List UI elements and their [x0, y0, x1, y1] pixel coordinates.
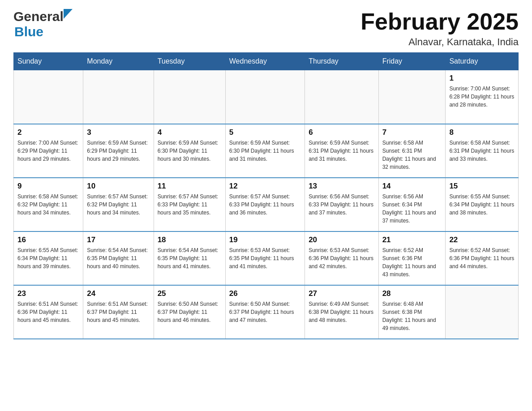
calendar-week-row: 23Sunrise: 6:51 AM Sunset: 6:36 PM Dayli…	[14, 285, 519, 339]
day-info: Sunrise: 6:54 AM Sunset: 6:35 PM Dayligh…	[158, 246, 222, 270]
day-info: Sunrise: 6:59 AM Sunset: 6:30 PM Dayligh…	[229, 139, 301, 163]
calendar-cell: 24Sunrise: 6:51 AM Sunset: 6:37 PM Dayli…	[83, 285, 154, 339]
calendar-cell: 6Sunrise: 6:59 AM Sunset: 6:31 PM Daylig…	[305, 124, 379, 178]
day-info: Sunrise: 6:51 AM Sunset: 6:36 PM Dayligh…	[17, 300, 79, 324]
day-number: 12	[229, 182, 301, 191]
day-info: Sunrise: 6:57 AM Sunset: 6:32 PM Dayligh…	[87, 193, 150, 217]
calendar-cell	[83, 70, 154, 124]
svg-marker-0	[64, 9, 73, 19]
day-number: 13	[309, 182, 375, 191]
day-number: 8	[449, 128, 515, 137]
calendar-week-row: 2Sunrise: 7:00 AM Sunset: 6:29 PM Daylig…	[14, 124, 519, 178]
day-header-wednesday: Wednesday	[225, 53, 305, 70]
day-info: Sunrise: 6:59 AM Sunset: 6:31 PM Dayligh…	[309, 139, 375, 163]
day-number: 7	[382, 128, 442, 137]
calendar-cell: 19Sunrise: 6:53 AM Sunset: 6:35 PM Dayli…	[225, 231, 305, 285]
day-number: 11	[158, 182, 222, 191]
calendar-cell: 8Sunrise: 6:58 AM Sunset: 6:31 PM Daylig…	[446, 124, 519, 178]
day-number: 23	[17, 289, 79, 298]
day-number: 5	[229, 128, 301, 137]
calendar-cell: 4Sunrise: 6:59 AM Sunset: 6:30 PM Daylig…	[154, 124, 225, 178]
day-number: 17	[87, 235, 150, 244]
calendar-cell: 5Sunrise: 6:59 AM Sunset: 6:30 PM Daylig…	[225, 124, 305, 178]
day-info: Sunrise: 6:50 AM Sunset: 6:37 PM Dayligh…	[158, 300, 222, 324]
day-header-tuesday: Tuesday	[154, 53, 225, 70]
calendar-cell	[225, 70, 305, 124]
day-info: Sunrise: 6:53 AM Sunset: 6:35 PM Dayligh…	[229, 246, 301, 270]
day-info: Sunrise: 6:56 AM Sunset: 6:33 PM Dayligh…	[309, 193, 375, 217]
logo-blue-text: Blue	[14, 24, 43, 39]
calendar-cell: 7Sunrise: 6:58 AM Sunset: 6:31 PM Daylig…	[378, 124, 446, 178]
logo-general-text: General	[13, 9, 64, 24]
day-number: 9	[17, 182, 79, 191]
day-header-friday: Friday	[378, 53, 446, 70]
day-number: 6	[309, 128, 375, 137]
day-number: 20	[309, 235, 375, 244]
day-info: Sunrise: 6:52 AM Sunset: 6:36 PM Dayligh…	[382, 246, 442, 278]
day-info: Sunrise: 6:57 AM Sunset: 6:33 PM Dayligh…	[158, 193, 222, 217]
calendar-cell	[14, 70, 83, 124]
day-info: Sunrise: 6:58 AM Sunset: 6:32 PM Dayligh…	[17, 193, 79, 217]
day-info: Sunrise: 6:58 AM Sunset: 6:31 PM Dayligh…	[382, 139, 442, 171]
calendar-cell: 23Sunrise: 6:51 AM Sunset: 6:36 PM Dayli…	[14, 285, 83, 339]
calendar-cell: 16Sunrise: 6:55 AM Sunset: 6:34 PM Dayli…	[14, 231, 83, 285]
day-header-saturday: Saturday	[446, 53, 519, 70]
calendar-cell: 25Sunrise: 6:50 AM Sunset: 6:37 PM Dayli…	[154, 285, 225, 339]
calendar-cell: 17Sunrise: 6:54 AM Sunset: 6:35 PM Dayli…	[83, 231, 154, 285]
day-info: Sunrise: 7:00 AM Sunset: 6:29 PM Dayligh…	[17, 139, 79, 163]
calendar-cell	[154, 70, 225, 124]
day-info: Sunrise: 6:52 AM Sunset: 6:36 PM Dayligh…	[449, 246, 515, 270]
calendar-header-row: SundayMondayTuesdayWednesdayThursdayFrid…	[14, 53, 519, 70]
day-info: Sunrise: 6:54 AM Sunset: 6:35 PM Dayligh…	[87, 246, 150, 270]
day-info: Sunrise: 6:57 AM Sunset: 6:33 PM Dayligh…	[229, 193, 301, 217]
calendar-cell: 9Sunrise: 6:58 AM Sunset: 6:32 PM Daylig…	[14, 178, 83, 231]
day-number: 4	[158, 128, 222, 137]
day-number: 15	[449, 182, 515, 191]
day-info: Sunrise: 6:58 AM Sunset: 6:31 PM Dayligh…	[449, 139, 515, 163]
day-info: Sunrise: 6:55 AM Sunset: 6:34 PM Dayligh…	[449, 193, 515, 217]
page-header: General Blue February 2025 Alnavar, Karn…	[13, 9, 519, 48]
calendar-cell: 26Sunrise: 6:50 AM Sunset: 6:37 PM Dayli…	[225, 285, 305, 339]
calendar-cell: 13Sunrise: 6:56 AM Sunset: 6:33 PM Dayli…	[305, 178, 379, 231]
calendar-cell	[305, 70, 379, 124]
calendar-cell: 3Sunrise: 6:59 AM Sunset: 6:29 PM Daylig…	[83, 124, 154, 178]
day-info: Sunrise: 6:48 AM Sunset: 6:38 PM Dayligh…	[382, 300, 442, 332]
day-number: 24	[87, 289, 150, 298]
calendar-cell: 27Sunrise: 6:49 AM Sunset: 6:38 PM Dayli…	[305, 285, 379, 339]
day-number: 10	[87, 182, 150, 191]
calendar-cell: 22Sunrise: 6:52 AM Sunset: 6:36 PM Dayli…	[446, 231, 519, 285]
day-info: Sunrise: 6:51 AM Sunset: 6:37 PM Dayligh…	[87, 300, 150, 324]
day-number: 26	[229, 289, 301, 298]
day-number: 1	[449, 74, 515, 83]
day-info: Sunrise: 6:59 AM Sunset: 6:29 PM Dayligh…	[87, 139, 150, 163]
day-header-sunday: Sunday	[14, 53, 83, 70]
day-number: 28	[382, 289, 442, 298]
calendar-week-row: 16Sunrise: 6:55 AM Sunset: 6:34 PM Dayli…	[14, 231, 519, 285]
day-header-monday: Monday	[83, 53, 154, 70]
day-header-thursday: Thursday	[305, 53, 379, 70]
day-info: Sunrise: 6:55 AM Sunset: 6:34 PM Dayligh…	[17, 246, 79, 270]
calendar-table: SundayMondayTuesdayWednesdayThursdayFrid…	[13, 52, 519, 339]
logo-triangle-icon	[64, 9, 73, 21]
day-info: Sunrise: 6:53 AM Sunset: 6:36 PM Dayligh…	[309, 246, 375, 270]
calendar-title: February 2025	[360, 9, 519, 34]
day-number: 2	[17, 128, 79, 137]
day-number: 22	[449, 235, 515, 244]
day-number: 25	[158, 289, 222, 298]
day-number: 19	[229, 235, 301, 244]
title-section: February 2025 Alnavar, Karnataka, India	[360, 9, 519, 48]
calendar-cell: 10Sunrise: 6:57 AM Sunset: 6:32 PM Dayli…	[83, 178, 154, 231]
calendar-cell: 11Sunrise: 6:57 AM Sunset: 6:33 PM Dayli…	[154, 178, 225, 231]
day-number: 3	[87, 128, 150, 137]
calendar-week-row: 1Sunrise: 7:00 AM Sunset: 6:28 PM Daylig…	[14, 70, 519, 124]
day-number: 18	[158, 235, 222, 244]
calendar-subtitle: Alnavar, Karnataka, India	[360, 36, 519, 48]
calendar-week-row: 9Sunrise: 6:58 AM Sunset: 6:32 PM Daylig…	[14, 178, 519, 231]
day-number: 21	[382, 235, 442, 244]
calendar-cell: 1Sunrise: 7:00 AM Sunset: 6:28 PM Daylig…	[446, 70, 519, 124]
day-number: 27	[309, 289, 375, 298]
calendar-cell: 12Sunrise: 6:57 AM Sunset: 6:33 PM Dayli…	[225, 178, 305, 231]
day-info: Sunrise: 7:00 AM Sunset: 6:28 PM Dayligh…	[449, 85, 515, 109]
day-number: 14	[382, 182, 442, 191]
calendar-cell	[378, 70, 446, 124]
